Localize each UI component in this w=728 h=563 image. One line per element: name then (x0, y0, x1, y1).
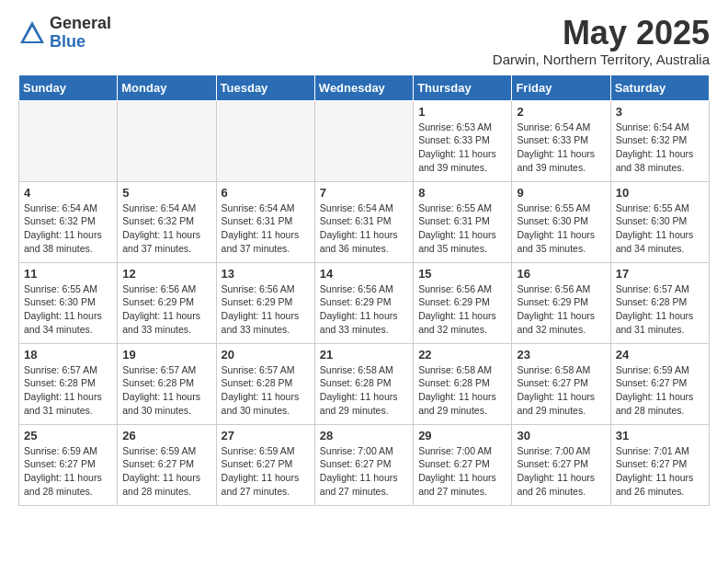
day-header-friday: Friday (512, 75, 610, 100)
day-cell: 27Sunrise: 6:59 AM Sunset: 6:27 PM Dayli… (216, 424, 314, 505)
day-cell (314, 100, 413, 181)
day-info: Sunrise: 7:01 AM Sunset: 6:27 PM Dayligh… (616, 444, 704, 499)
day-number: 17 (616, 267, 704, 281)
day-info: Sunrise: 6:55 AM Sunset: 6:30 PM Dayligh… (616, 201, 704, 256)
day-info: Sunrise: 7:00 AM Sunset: 6:27 PM Dayligh… (418, 444, 506, 499)
day-header-monday: Monday (118, 75, 216, 100)
day-info: Sunrise: 6:54 AM Sunset: 6:31 PM Dayligh… (320, 201, 408, 256)
day-info: Sunrise: 7:00 AM Sunset: 6:27 PM Dayligh… (320, 444, 408, 499)
calendar-table: SundayMondayTuesdayWednesdayThursdayFrid… (18, 75, 710, 506)
day-cell: 30Sunrise: 7:00 AM Sunset: 6:27 PM Dayli… (512, 424, 610, 505)
day-header-thursday: Thursday (414, 75, 512, 100)
day-number: 6 (222, 186, 310, 200)
day-number: 28 (320, 429, 408, 442)
day-number: 7 (320, 186, 408, 200)
title-block: May 2025 Darwin, Northern Territory, Aus… (493, 15, 710, 67)
day-cell: 13Sunrise: 6:56 AM Sunset: 6:29 PM Dayli… (216, 262, 314, 343)
week-row-1: 1Sunrise: 6:53 AM Sunset: 6:33 PM Daylig… (19, 100, 710, 181)
day-cell: 18Sunrise: 6:57 AM Sunset: 6:28 PM Dayli… (19, 343, 118, 424)
day-number: 23 (517, 348, 605, 362)
day-cell: 28Sunrise: 7:00 AM Sunset: 6:27 PM Dayli… (314, 424, 413, 505)
week-row-5: 25Sunrise: 6:59 AM Sunset: 6:27 PM Dayli… (19, 424, 710, 505)
day-header-sunday: Sunday (19, 75, 118, 100)
day-number: 3 (616, 105, 704, 119)
day-number: 25 (24, 429, 112, 442)
logo-general-text: General (50, 15, 111, 33)
day-number: 24 (616, 348, 704, 362)
day-info: Sunrise: 6:54 AM Sunset: 6:32 PM Dayligh… (616, 121, 704, 175)
day-cell: 19Sunrise: 6:57 AM Sunset: 6:28 PM Dayli… (118, 343, 216, 424)
day-cell: 6Sunrise: 6:54 AM Sunset: 6:31 PM Daylig… (216, 181, 314, 262)
day-cell: 4Sunrise: 6:54 AM Sunset: 6:32 PM Daylig… (19, 181, 118, 262)
day-header-saturday: Saturday (610, 75, 709, 100)
day-cell: 22Sunrise: 6:58 AM Sunset: 6:28 PM Dayli… (414, 343, 512, 424)
day-cell: 8Sunrise: 6:55 AM Sunset: 6:31 PM Daylig… (414, 181, 512, 262)
day-number: 9 (517, 186, 605, 200)
day-number: 11 (24, 267, 112, 281)
day-cell (216, 100, 314, 181)
day-cell: 5Sunrise: 6:54 AM Sunset: 6:32 PM Daylig… (118, 181, 216, 262)
day-cell (118, 100, 216, 181)
day-cell: 16Sunrise: 6:56 AM Sunset: 6:29 PM Dayli… (512, 262, 610, 343)
day-cell: 14Sunrise: 6:56 AM Sunset: 6:29 PM Dayli… (314, 262, 413, 343)
day-cell: 11Sunrise: 6:55 AM Sunset: 6:30 PM Dayli… (19, 262, 118, 343)
logo-text: General Blue (50, 15, 111, 52)
day-info: Sunrise: 6:57 AM Sunset: 6:28 PM Dayligh… (122, 363, 210, 418)
logo-icon (18, 19, 46, 47)
day-info: Sunrise: 6:57 AM Sunset: 6:28 PM Dayligh… (24, 363, 112, 418)
day-number: 5 (122, 186, 210, 200)
day-info: Sunrise: 6:53 AM Sunset: 6:33 PM Dayligh… (418, 121, 506, 175)
day-info: Sunrise: 6:54 AM Sunset: 6:31 PM Dayligh… (222, 201, 310, 256)
week-row-2: 4Sunrise: 6:54 AM Sunset: 6:32 PM Daylig… (19, 181, 710, 262)
day-info: Sunrise: 6:54 AM Sunset: 6:32 PM Dayligh… (24, 201, 112, 256)
day-info: Sunrise: 6:56 AM Sunset: 6:29 PM Dayligh… (122, 282, 210, 337)
day-cell: 29Sunrise: 7:00 AM Sunset: 6:27 PM Dayli… (414, 424, 512, 505)
day-info: Sunrise: 6:59 AM Sunset: 6:27 PM Dayligh… (222, 444, 310, 499)
day-number: 15 (418, 267, 506, 281)
day-number: 12 (122, 267, 210, 281)
day-info: Sunrise: 6:54 AM Sunset: 6:32 PM Dayligh… (122, 201, 210, 256)
day-header-wednesday: Wednesday (314, 75, 413, 100)
week-row-3: 11Sunrise: 6:55 AM Sunset: 6:30 PM Dayli… (19, 262, 710, 343)
day-info: Sunrise: 6:56 AM Sunset: 6:29 PM Dayligh… (418, 282, 506, 337)
day-info: Sunrise: 6:55 AM Sunset: 6:30 PM Dayligh… (24, 282, 112, 337)
logo: General Blue (18, 15, 111, 52)
day-number: 4 (24, 186, 112, 200)
day-info: Sunrise: 6:56 AM Sunset: 6:29 PM Dayligh… (320, 282, 408, 337)
day-cell: 25Sunrise: 6:59 AM Sunset: 6:27 PM Dayli… (19, 424, 118, 505)
calendar-subtitle: Darwin, Northern Territory, Australia (493, 52, 710, 67)
day-cell: 15Sunrise: 6:56 AM Sunset: 6:29 PM Dayli… (414, 262, 512, 343)
day-info: Sunrise: 6:59 AM Sunset: 6:27 PM Dayligh… (616, 363, 704, 418)
day-info: Sunrise: 6:54 AM Sunset: 6:33 PM Dayligh… (517, 121, 605, 175)
day-number: 2 (517, 105, 605, 119)
day-cell: 9Sunrise: 6:55 AM Sunset: 6:30 PM Daylig… (512, 181, 610, 262)
day-number: 1 (418, 105, 506, 119)
page: General Blue May 2025 Darwin, Northern T… (0, 0, 728, 521)
day-info: Sunrise: 6:58 AM Sunset: 6:28 PM Dayligh… (418, 363, 506, 418)
day-cell: 12Sunrise: 6:56 AM Sunset: 6:29 PM Dayli… (118, 262, 216, 343)
day-cell: 3Sunrise: 6:54 AM Sunset: 6:32 PM Daylig… (610, 100, 709, 181)
day-cell (19, 100, 118, 181)
day-cell: 7Sunrise: 6:54 AM Sunset: 6:31 PM Daylig… (314, 181, 413, 262)
week-row-4: 18Sunrise: 6:57 AM Sunset: 6:28 PM Dayli… (19, 343, 710, 424)
day-number: 27 (222, 429, 310, 442)
day-info: Sunrise: 6:56 AM Sunset: 6:29 PM Dayligh… (222, 282, 310, 337)
day-number: 16 (517, 267, 605, 281)
day-cell: 17Sunrise: 6:57 AM Sunset: 6:28 PM Dayli… (610, 262, 709, 343)
day-info: Sunrise: 6:57 AM Sunset: 6:28 PM Dayligh… (222, 363, 310, 418)
day-number: 30 (517, 429, 605, 442)
calendar-title: May 2025 (493, 15, 710, 52)
day-number: 18 (24, 348, 112, 362)
header-row: SundayMondayTuesdayWednesdayThursdayFrid… (19, 75, 710, 100)
day-cell: 10Sunrise: 6:55 AM Sunset: 6:30 PM Dayli… (610, 181, 709, 262)
day-number: 31 (616, 429, 704, 442)
day-info: Sunrise: 7:00 AM Sunset: 6:27 PM Dayligh… (517, 444, 605, 499)
day-number: 21 (320, 348, 408, 362)
day-info: Sunrise: 6:56 AM Sunset: 6:29 PM Dayligh… (517, 282, 605, 337)
day-cell: 20Sunrise: 6:57 AM Sunset: 6:28 PM Dayli… (216, 343, 314, 424)
day-info: Sunrise: 6:57 AM Sunset: 6:28 PM Dayligh… (616, 282, 704, 337)
day-number: 22 (418, 348, 506, 362)
day-cell: 31Sunrise: 7:01 AM Sunset: 6:27 PM Dayli… (610, 424, 709, 505)
day-info: Sunrise: 6:59 AM Sunset: 6:27 PM Dayligh… (122, 444, 210, 499)
logo-blue-text: Blue (50, 33, 111, 52)
